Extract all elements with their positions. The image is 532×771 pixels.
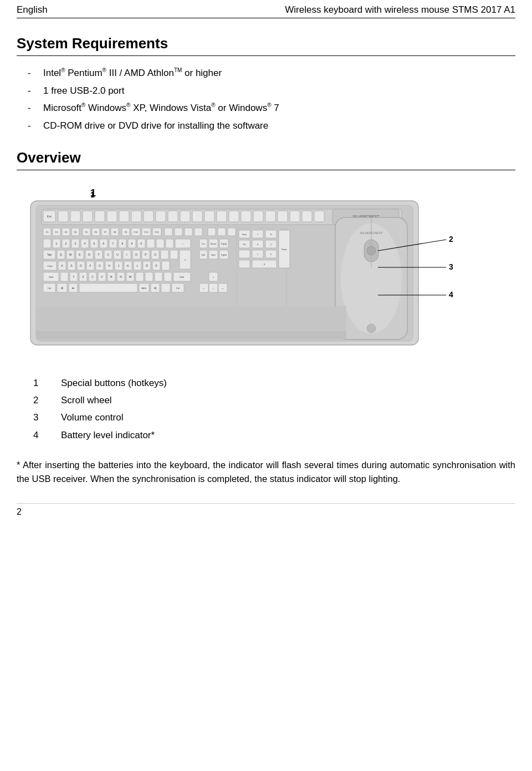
svg-text:PgUp: PgUp [221, 242, 227, 245]
svg-text:F1: F1 [46, 231, 49, 234]
svg-rect-18 [204, 211, 214, 222]
svg-text:F: F [89, 264, 91, 267]
label-description: Battery level indicator* [61, 428, 155, 443]
language-label: English [17, 4, 48, 16]
svg-text:Caps: Caps [47, 265, 52, 267]
svg-text:Z: Z [107, 253, 109, 256]
list-dash: - [28, 101, 43, 115]
svg-text:5: 5 [94, 242, 95, 245]
svg-text:Tab: Tab [47, 253, 52, 256]
svg-text:Del: Del [202, 253, 205, 256]
svg-rect-6 [58, 211, 68, 222]
list-dash: - [28, 119, 43, 133]
svg-text:D: D [80, 264, 82, 267]
svg-rect-7 [70, 211, 80, 222]
svg-rect-12 [131, 211, 141, 222]
svg-rect-59 [218, 228, 226, 236]
svg-text:SILVERCREST: SILVERCREST [360, 231, 383, 235]
svg-text:Prt: Prt [243, 243, 246, 246]
svg-rect-14 [156, 211, 166, 222]
svg-text:Enter: Enter [282, 248, 287, 251]
label-item-4: 4 Battery level indicator* [33, 428, 515, 443]
svg-rect-195 [155, 272, 162, 281]
svg-text:F11: F11 [145, 231, 149, 234]
svg-text:7: 7 [112, 242, 114, 245]
svg-rect-27 [314, 211, 324, 222]
svg-rect-196 [164, 272, 172, 281]
label-item-3: 3 Volume control [33, 410, 515, 425]
svg-rect-175 [162, 261, 170, 270]
svg-text:W: W [69, 253, 72, 256]
list-item: - Microsoft® Windows® XP, Windows Vista®… [28, 101, 515, 115]
label-description: Scroll wheel [61, 393, 112, 408]
svg-text:F4: F4 [74, 231, 77, 234]
svg-rect-24 [278, 211, 288, 222]
svg-rect-26 [302, 211, 312, 222]
svg-text:Ctrl: Ctrl [176, 287, 180, 290]
svg-text:End: End [211, 253, 215, 256]
overview-title: Overview [17, 149, 515, 166]
svg-text:Ü: Ü [154, 253, 156, 256]
svg-text:⊞: ⊞ [154, 286, 156, 290]
list-dash: - [28, 84, 43, 98]
system-requirements-title: System Requirements [17, 35, 515, 52]
svg-text:Q: Q [60, 253, 62, 256]
svg-rect-54 [165, 228, 172, 236]
svg-rect-17 [192, 211, 202, 222]
footnote-text: * After inserting the batteries into the… [17, 458, 515, 486]
svg-rect-148 [170, 250, 178, 259]
system-requirements-section: System Requirements - Intel® Pentium® II… [17, 35, 515, 133]
page-header: English Wireless keyboard with wireless … [17, 0, 515, 18]
svg-text:L: L [137, 264, 139, 267]
svg-text:F10: F10 [134, 231, 139, 234]
svg-text:1: 1 [90, 190, 95, 199]
svg-text:F3: F3 [65, 231, 68, 234]
svg-text:G: G [99, 264, 101, 267]
svg-text:I: I [126, 253, 127, 256]
svg-rect-242 [36, 331, 346, 339]
svg-text:O: O [135, 253, 137, 256]
svg-text:M: M [129, 275, 131, 278]
svg-text:Shift: Shift [180, 276, 185, 278]
svg-rect-15 [168, 211, 178, 222]
svg-rect-57 [195, 228, 202, 236]
svg-text:Ins: Ins [202, 242, 204, 245]
svg-text:0: 0 [141, 242, 142, 245]
svg-text:→: → [221, 287, 224, 290]
svg-rect-82 [147, 239, 155, 248]
overview-section: Overview 1 Esc [17, 149, 515, 486]
svg-rect-56 [185, 228, 192, 236]
svg-text:F12: F12 [155, 231, 160, 234]
keyboard-image: 1 Esc [25, 181, 507, 359]
req-item-2: 1 free USB-2.0 port [43, 84, 124, 98]
page-number: 2 [17, 503, 515, 517]
svg-text:Esc: Esc [47, 215, 52, 218]
svg-text:U: U [116, 253, 119, 256]
svg-text:Ö: Ö [146, 264, 148, 267]
svg-text:3: 3 [75, 242, 76, 245]
svg-text:4: 4 [449, 290, 453, 299]
req-item-1: Intel® Pentium® III / AMD AthlonTM or hi… [43, 66, 222, 80]
svg-rect-8 [83, 211, 93, 222]
svg-rect-10 [107, 211, 117, 222]
svg-rect-58 [208, 228, 216, 236]
req-item-4: CD-ROM drive or DVD drive for installing… [43, 119, 268, 133]
svg-text:Ctrl: Ctrl [48, 287, 51, 290]
svg-rect-84 [166, 239, 173, 248]
svg-text:Shift: Shift [49, 276, 54, 278]
svg-text:N: N [120, 275, 122, 278]
svg-rect-194 [145, 272, 153, 281]
svg-text:Num: Num [242, 233, 247, 236]
svg-rect-147 [161, 250, 168, 259]
svg-text:6: 6 [103, 242, 105, 245]
requirements-list: - Intel® Pentium® III / AMD AthlonTM or … [17, 66, 515, 133]
svg-rect-23 [265, 211, 275, 222]
overview-divider [17, 170, 515, 170]
svg-text:9: 9 [131, 242, 133, 245]
svg-rect-117 [239, 260, 250, 268]
svg-text:4: 4 [84, 242, 86, 245]
svg-text:2: 2 [65, 242, 67, 245]
svg-text:2: 2 [449, 235, 453, 244]
svg-text:3: 3 [449, 262, 453, 271]
label-number: 1 [33, 376, 61, 390]
